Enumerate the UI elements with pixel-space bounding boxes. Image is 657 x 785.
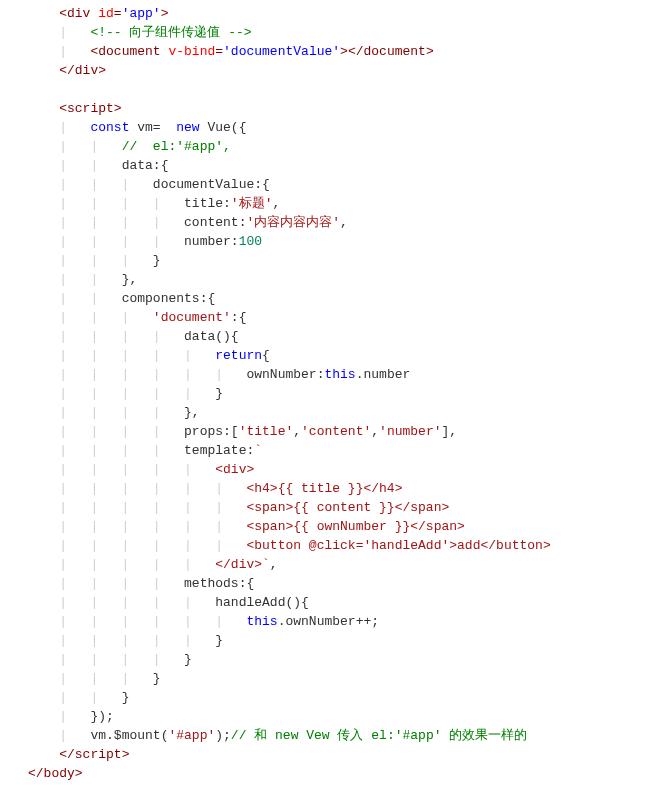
code-line: | | | | props:['title','content','number…: [28, 422, 657, 441]
code-line: | | | documentValue:{: [28, 175, 657, 194]
code-line: | | | | },: [28, 403, 657, 422]
code-line: | | | | | | <button @click='handleAdd'>a…: [28, 536, 657, 555]
code-line: | | | | | }: [28, 631, 657, 650]
code-line: | | | }: [28, 251, 657, 270]
code-line: | | | | number:100: [28, 232, 657, 251]
code-line: | <document v-bind='documentValue'></doc…: [28, 42, 657, 61]
code-line: | | | | | | ownNumber:this.number: [28, 365, 657, 384]
code-line: | | | | template:`: [28, 441, 657, 460]
code-line: | | },: [28, 270, 657, 289]
code-line: | | data:{: [28, 156, 657, 175]
code-line: | <!-- 向子组件传递值 -->: [28, 23, 657, 42]
code-line: | vm.$mount('#app');// 和 new Vew 传入 el:'…: [28, 726, 657, 745]
code-block: <div id='app'> | <!-- 向子组件传递值 --> | <doc…: [0, 0, 657, 785]
code-line: | | | | | return{: [28, 346, 657, 365]
code-line: </script>: [28, 745, 657, 764]
code-line: | | | | | | <h4>{{ title }}</h4>: [28, 479, 657, 498]
code-line: | | | | data(){: [28, 327, 657, 346]
code-line: <div id='app'>: [28, 4, 657, 23]
code-line: | });: [28, 707, 657, 726]
code-line: <script>: [28, 99, 657, 118]
code-line: </body>: [28, 764, 657, 783]
code-line: | | | 'document':{: [28, 308, 657, 327]
code-line: | | | | methods:{: [28, 574, 657, 593]
code-line: | | | | title:'标题',: [28, 194, 657, 213]
code-line: | | | | }: [28, 650, 657, 669]
code-line: | | | | | | this.ownNumber++;: [28, 612, 657, 631]
code-line: | | | | | | <span>{{ content }}</span>: [28, 498, 657, 517]
code-line: | | | | | </div>`,: [28, 555, 657, 574]
code-line: | | | | | }: [28, 384, 657, 403]
code-line: | | | }: [28, 669, 657, 688]
code-line: | | | | | <div>: [28, 460, 657, 479]
code-line: | | }: [28, 688, 657, 707]
code-line: | | // el:'#app',: [28, 137, 657, 156]
code-line: </div>: [28, 61, 657, 80]
code-line: | | | | content:'内容内容内容',: [28, 213, 657, 232]
code-line: | | components:{: [28, 289, 657, 308]
code-line: | | | | | | <span>{{ ownNumber }}</span>: [28, 517, 657, 536]
code-line: | const vm= new Vue({: [28, 118, 657, 137]
code-line: [28, 80, 657, 99]
code-line: | | | | | handleAdd(){: [28, 593, 657, 612]
